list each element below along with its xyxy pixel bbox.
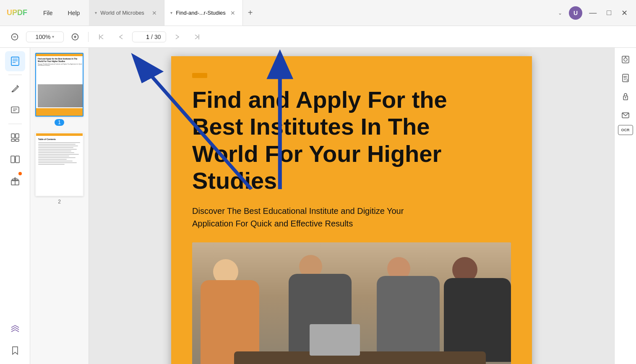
sidebar-icon-annotate[interactable] [5, 100, 25, 120]
toc-line [38, 164, 65, 165]
toc-line [38, 156, 69, 156]
sidebar-icon-organize[interactable] [5, 127, 25, 148]
svg-point-38 [625, 97, 626, 99]
tab2-label: Find-and-...r-Studies [176, 10, 226, 16]
zoom-out-button[interactable] [7, 31, 23, 43]
student-body-4 [444, 278, 511, 362]
pdf-main-title: Find and Apply For the Best Institutes I… [192, 86, 486, 195]
sidebar-separator-2 [8, 124, 22, 124]
thumb-toc-lines [38, 142, 82, 165]
thumbnail-page-2[interactable]: Table of Contents [34, 133, 85, 205]
tabs-list-dropdown[interactable]: ⌄ [555, 8, 566, 18]
student-figure-1 [201, 255, 276, 364]
minimize-button[interactable]: — [586, 7, 600, 19]
students-scene [192, 242, 511, 364]
thumb-wrapper-2: Table of Contents [35, 133, 83, 196]
close-button[interactable]: ✕ [618, 7, 631, 19]
tab2-dropdown-icon[interactable]: ▾ [170, 10, 172, 15]
thumb-toc-title: Table of Contents [38, 138, 82, 140]
brand-logo-mark [192, 73, 207, 78]
maximize-button[interactable]: □ [603, 7, 615, 19]
toc-line [38, 142, 80, 143]
sidebar-icon-reader[interactable] [5, 51, 25, 71]
svg-rect-21 [16, 156, 19, 163]
toc-line [38, 154, 79, 155]
zoom-display[interactable]: 100% ▾ [26, 31, 64, 42]
student-body-3 [377, 276, 440, 360]
thumb-wrapper-1: Find and Apply for the Best Institutes I… [35, 53, 83, 117]
thumbnail-page-1[interactable]: Find and Apply for the Best Institutes I… [34, 53, 85, 126]
toc-line [38, 157, 76, 158]
page-number-input[interactable] [138, 34, 149, 40]
pdf-image-area [192, 242, 511, 364]
right-icon-protect[interactable] [617, 88, 634, 105]
thumb-yellow-bar [36, 108, 83, 116]
sidebar-gift-wrapper [5, 171, 25, 191]
zoom-in-button[interactable] [67, 31, 83, 43]
thumb-page2-body: Table of Contents [36, 136, 83, 167]
sidebar-icon-bookmark[interactable] [5, 341, 25, 361]
title-bar-controls: ⌄ U — □ ✕ [550, 6, 636, 20]
thumb-page-number-2: 2 [58, 199, 61, 205]
right-icon-send[interactable] [617, 107, 634, 123]
pdf-viewer: Find and Apply For the Best Institutes I… [89, 48, 614, 364]
first-page-button[interactable] [94, 31, 109, 43]
thumb-sub-text: Discover The Best Educational Institutes… [38, 64, 83, 67]
right-icon-scan[interactable] [617, 51, 634, 68]
menu-bar: File Help [34, 7, 89, 19]
toolbar: 100% ▾ / 30 [0, 26, 636, 48]
svg-text:PDF: PDF [623, 76, 626, 78]
tab-world-of-microbes[interactable]: ▾ World of Microbes ✕ [89, 0, 164, 26]
right-icon-pdf-convert[interactable]: PDF [617, 70, 634, 86]
sidebar-icon-merge[interactable] [5, 149, 25, 169]
title-bar: UPDF File Help ▾ World of Microbes ✕ ▾ F… [0, 0, 636, 26]
thumb-page-content-1: Find and Apply for the Best Institutes I… [36, 54, 83, 116]
tab1-close-button[interactable]: ✕ [151, 9, 158, 17]
new-tab-button[interactable]: + [243, 0, 258, 26]
thumbnail-panel: Find and Apply for the Best Institutes I… [30, 48, 89, 364]
tab1-dropdown-icon[interactable]: ▾ [95, 10, 97, 15]
tab2-close-button[interactable]: ✕ [229, 9, 237, 17]
sidebar-icon-layers[interactable] [5, 319, 25, 339]
right-icon-ocr[interactable]: OCR [618, 125, 633, 135]
page-separator: / [151, 34, 153, 40]
last-page-button[interactable] [189, 31, 205, 43]
student-figure-3 [373, 255, 448, 364]
page-input-group: / 30 [132, 31, 166, 42]
pdf-brand-bar [192, 73, 511, 78]
prev-page-button[interactable] [113, 31, 129, 43]
toc-line [38, 147, 73, 148]
file-menu[interactable]: File [37, 7, 59, 19]
pdf-page-content: Find and Apply For the Best Institutes I… [171, 56, 532, 364]
thumb-page-number-1: 1 [55, 119, 64, 126]
left-sidebar [0, 48, 30, 364]
toc-line [38, 149, 77, 150]
next-page-button[interactable] [169, 31, 185, 43]
sidebar-separator-1 [8, 75, 22, 75]
app-logo: UPDF [0, 8, 34, 17]
tabs-area: ▾ World of Microbes ✕ ▾ Find-and-...r-St… [89, 0, 550, 26]
table-surface [234, 351, 486, 364]
pdf-page: Find and Apply For the Best Institutes I… [171, 56, 532, 364]
svg-point-25 [14, 178, 16, 179]
sidebar-icon-edit[interactable] [5, 78, 25, 99]
tab-find-studies[interactable]: ▾ Find-and-...r-Studies ✕ [164, 0, 243, 26]
user-avatar[interactable]: U [569, 6, 582, 20]
student-figure-4 [444, 255, 511, 364]
svg-rect-13 [11, 107, 19, 113]
zoom-dropdown-icon[interactable]: ▾ [52, 34, 54, 39]
help-menu[interactable]: Help [62, 7, 86, 19]
svg-rect-20 [11, 156, 15, 163]
right-sidebar: PDF OCR [614, 48, 636, 364]
toc-line [38, 152, 74, 153]
toc-line [38, 146, 78, 146]
svg-rect-19 [16, 139, 19, 141]
page-total: 30 [154, 34, 161, 40]
thumb-page-content-2: Table of Contents [36, 133, 83, 195]
zoom-value: 100% [36, 34, 51, 40]
thumb-image [38, 84, 83, 107]
sidebar-icon-gift[interactable] [5, 171, 25, 191]
svg-rect-7 [11, 57, 19, 65]
pdf-subtitle: Discover The Best Educational Institute … [192, 205, 427, 230]
toc-line [38, 144, 76, 145]
